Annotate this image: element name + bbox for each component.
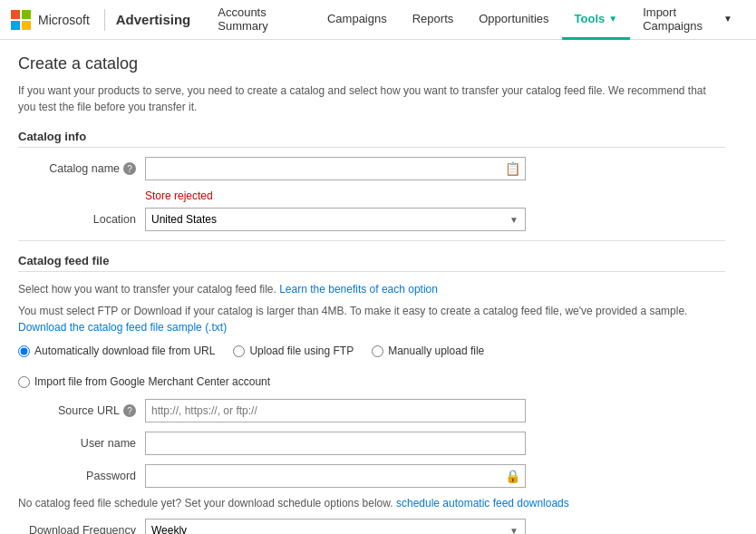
download-frequency-select[interactable]: Hourly Daily Weekly Monthly: [145, 519, 526, 534]
password-label: Password: [18, 470, 145, 482]
catalog-name-input[interactable]: [145, 157, 526, 180]
password-group: Password 🔒: [18, 464, 725, 488]
radio-auto-download-input[interactable]: [18, 345, 30, 357]
source-url-input[interactable]: [145, 399, 526, 422]
feed-desc-2: You must select FTP or Download if your …: [18, 303, 725, 335]
page-title: Create a catalog: [18, 54, 725, 73]
download-frequency-label: Download Frequency: [18, 524, 145, 534]
nav-import-campaigns[interactable]: Import Campaigns ▼: [630, 0, 745, 40]
radio-auto-download[interactable]: Automatically download file from URL: [18, 345, 215, 357]
page-description: If you want your products to serve, you …: [18, 83, 725, 115]
catalog-info-title: Catalog info: [18, 130, 725, 148]
password-input[interactable]: [145, 464, 526, 488]
nav-opportunities[interactable]: Opportunities: [466, 0, 561, 40]
radio-import-merchant-input[interactable]: [18, 376, 30, 388]
source-url-label: Source URL ?: [18, 404, 145, 417]
nav-campaigns[interactable]: Campaigns: [315, 0, 400, 40]
tools-dropdown-icon: ▼: [608, 14, 617, 24]
schedule-note: No catalog feed file schedule yet? Set y…: [18, 497, 725, 510]
catalog-name-group: Catalog name ? 📋: [18, 157, 725, 180]
location-group: Location United States Canada United Kin…: [18, 208, 725, 231]
radio-manual-upload-input[interactable]: [372, 345, 383, 357]
catalog-info-section: Catalog info Catalog name ? 📋 Store reje…: [18, 130, 725, 231]
catalog-name-edit-icon: 📋: [505, 161, 520, 176]
source-url-help-icon[interactable]: ?: [123, 404, 136, 417]
catalog-name-help-icon[interactable]: ?: [123, 162, 136, 175]
nav-reports[interactable]: Reports: [400, 0, 467, 40]
location-select-wrapper: United States Canada United Kingdom Aust…: [145, 208, 526, 231]
download-frequency-group: Download Frequency Hourly Daily Weekly M…: [18, 519, 725, 534]
catalog-name-label: Catalog name ?: [18, 162, 145, 175]
nav-brand: Advertising: [116, 12, 191, 27]
learn-benefits-link[interactable]: Learn the benefits of each option: [279, 283, 438, 296]
microsoft-logo: [11, 10, 31, 30]
download-frequency-select-wrapper: Hourly Daily Weekly Monthly: [145, 519, 526, 534]
transfer-method-radio-group: Automatically download file from URL Upl…: [18, 345, 725, 388]
nav-tools[interactable]: Tools ▼: [562, 0, 631, 40]
radio-upload-ftp-input[interactable]: [233, 345, 245, 357]
catalog-feed-section: Catalog feed file Select how you want to…: [18, 254, 725, 534]
radio-upload-ftp[interactable]: Upload file using FTP: [233, 345, 354, 357]
schedule-link[interactable]: schedule automatic feed downloads: [396, 497, 569, 510]
source-url-group: Source URL ?: [18, 399, 725, 422]
import-campaigns-dropdown-icon: ▼: [723, 14, 732, 24]
username-input[interactable]: [145, 432, 526, 455]
section-divider: [18, 240, 725, 241]
feed-desc-1: Select how you want to transfer your cat…: [18, 281, 725, 297]
catalog-name-wrapper: 📋: [145, 157, 526, 180]
download-sample-link[interactable]: Download the catalog feed file sample (.…: [18, 321, 227, 334]
store-rejected-message: Store rejected: [145, 189, 725, 202]
navigation: Microsoft Advertising Accounts Summary C…: [0, 0, 756, 40]
username-group: User name: [18, 432, 725, 455]
nav-links: Accounts Summary Campaigns Reports Oppor…: [205, 0, 745, 39]
radio-import-merchant[interactable]: Import file from Google Merchant Center …: [18, 375, 270, 388]
password-visibility-icon[interactable]: 🔒: [505, 469, 520, 483]
page-content: Create a catalog If you want your produc…: [0, 40, 743, 534]
location-select[interactable]: United States Canada United Kingdom Aust…: [145, 208, 526, 231]
nav-accounts-summary[interactable]: Accounts Summary: [205, 0, 315, 40]
username-label: User name: [18, 437, 145, 450]
location-label: Location: [18, 213, 145, 226]
nav-divider: [104, 9, 105, 31]
radio-manual-upload[interactable]: Manually upload file: [372, 345, 484, 357]
password-wrapper: 🔒: [145, 464, 526, 488]
microsoft-text: Microsoft: [38, 13, 90, 27]
catalog-feed-title: Catalog feed file: [18, 254, 725, 272]
